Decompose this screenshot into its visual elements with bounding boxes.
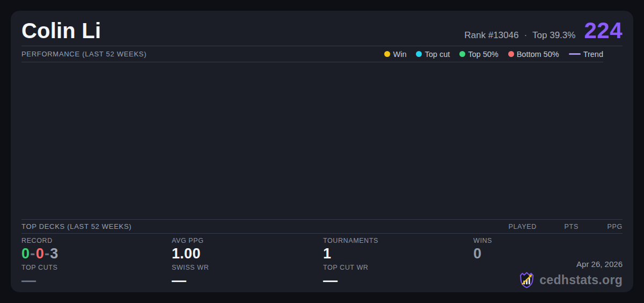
column-ppg: PPG: [579, 223, 623, 230]
legend-item-win: Win: [384, 50, 406, 59]
top-decks-columns: PLAYED PTS PPG: [504, 223, 623, 230]
top-cuts-value: —: [21, 272, 172, 288]
chart-legend: Win Top cut Top 50% Bottom 50% Trend: [384, 50, 603, 59]
column-pts: PTS: [537, 223, 579, 230]
performance-chart: [21, 62, 623, 219]
legend-label: Bottom 50%: [517, 50, 559, 59]
legend-item-top-cut: Top cut: [416, 50, 450, 59]
swiss-wr-value: —: [172, 272, 323, 288]
legend-label: Top cut: [425, 50, 450, 59]
record-value: 0-0-3: [21, 246, 172, 262]
rank-text: Rank #13046: [464, 30, 518, 40]
stat-label: TOURNAMENTS: [323, 237, 473, 244]
stat-swiss-wr: SWISS WR —: [172, 264, 323, 292]
legend-label: Win: [393, 50, 406, 59]
stat-top-cuts: TOP CUTS —: [21, 264, 172, 292]
legend-item-top-50: Top 50%: [459, 50, 498, 59]
card-footer: Apr 26, 2026 cedhstats.org: [518, 259, 623, 289]
column-played: PLAYED: [504, 223, 537, 230]
legend-item-trend: Trend: [569, 50, 603, 59]
player-stats-card: Colin Li Rank #13046·Top 39.3% 224 PERFO…: [11, 11, 633, 292]
stat-label: SWISS WR: [172, 264, 323, 271]
rank-score-group: Rank #13046·Top 39.3% 224: [464, 19, 623, 42]
legend-item-bottom-50: Bottom 50%: [508, 50, 559, 59]
top-percent-text: Top 39.3%: [532, 30, 575, 40]
stat-top-cut-wr: TOP CUT WR —: [323, 264, 473, 292]
stat-label: AVG PPG: [172, 237, 323, 244]
brand-text: cedhstats.org: [539, 273, 623, 287]
record-losses: 0: [36, 246, 44, 262]
stat-tournaments: TOURNAMENTS 1: [323, 237, 473, 264]
record-separator: -: [30, 246, 35, 262]
player-score: 224: [584, 19, 623, 42]
card-header: Colin Li Rank #13046·Top 39.3% 224: [21, 11, 623, 46]
player-name: Colin Li: [21, 19, 101, 42]
card-date: Apr 26, 2026: [518, 259, 623, 269]
dot-separator: ·: [524, 30, 527, 40]
record-wins: 0: [21, 246, 30, 262]
cedhstats-shield-logo-icon: [518, 271, 535, 289]
top-cut-wr-value: —: [323, 272, 473, 288]
brand-row: cedhstats.org: [518, 271, 623, 289]
performance-title: PERFORMANCE (LAST 52 WEEKS): [21, 50, 147, 58]
trend-line-icon: [569, 53, 581, 55]
top-decks-title: TOP DECKS (LAST 52 WEEKS): [21, 222, 131, 230]
stat-label: TOP CUTS: [21, 264, 172, 271]
legend-label: Top 50%: [468, 50, 498, 59]
stats-summary: RECORD 0-0-3 AVG PPG 1.00 TOURNAMENTS 1 …: [21, 234, 623, 292]
bottom-50-dot-icon: [508, 51, 514, 57]
tournaments-value: 1: [323, 246, 473, 262]
rank-summary: Rank #13046·Top 39.3%: [464, 30, 575, 41]
win-dot-icon: [384, 51, 390, 57]
stat-record: RECORD 0-0-3: [21, 237, 172, 264]
stat-label: TOP CUT WR: [323, 264, 473, 271]
top-decks-header: TOP DECKS (LAST 52 WEEKS) PLAYED PTS PPG: [21, 219, 623, 234]
performance-section-header: PERFORMANCE (LAST 52 WEEKS) Win Top cut …: [21, 46, 603, 62]
stat-label: RECORD: [21, 237, 172, 244]
top-50-dot-icon: [459, 51, 465, 57]
stat-avg-ppg: AVG PPG 1.00: [172, 237, 323, 264]
avg-ppg-value: 1.00: [172, 246, 323, 262]
record-draws: 3: [50, 246, 58, 262]
legend-label: Trend: [583, 50, 603, 59]
stat-label: WINS: [473, 237, 623, 244]
top-cut-dot-icon: [416, 51, 422, 57]
record-separator: -: [44, 246, 50, 262]
